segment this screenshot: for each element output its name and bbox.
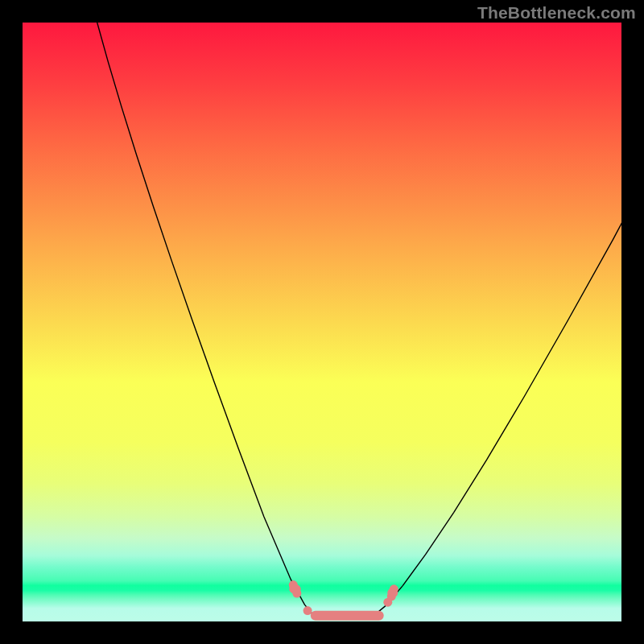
marker-blob (387, 588, 398, 597)
marker-cluster (311, 611, 384, 621)
plot-area (23, 23, 621, 621)
curve-left-branch (97, 23, 314, 616)
curve-right-branch (374, 221, 621, 616)
curve-group (97, 23, 621, 617)
chart-frame: TheBottleneck.com (0, 0, 644, 644)
bottleneck-curve-svg (23, 23, 621, 621)
watermark-text: TheBottleneck.com (477, 3, 636, 23)
marker-dot (303, 606, 312, 615)
marker-blob (289, 584, 300, 594)
marker-group (289, 580, 398, 621)
